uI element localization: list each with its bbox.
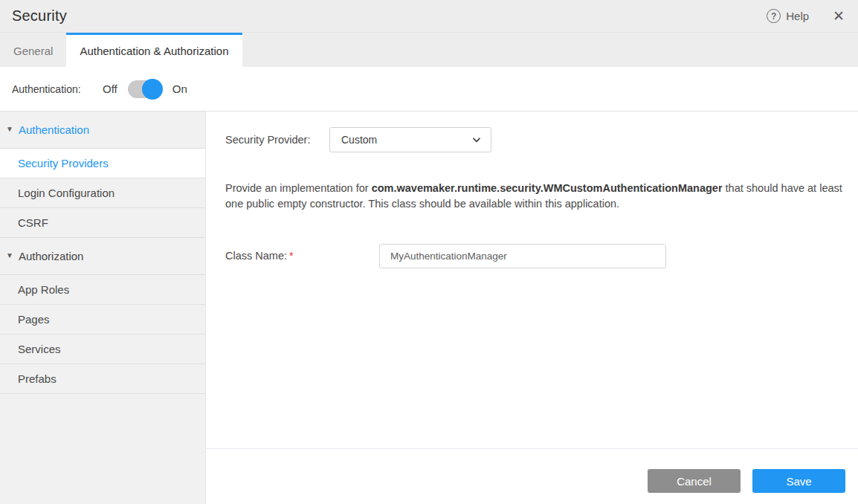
toggle-knob-icon [142, 79, 163, 100]
main-content: Security Provider: Custom Provide an imp… [206, 112, 858, 504]
page-title: Security [12, 7, 767, 25]
save-button[interactable]: Save [752, 469, 845, 493]
body: ▼ Authentication Security Providers Logi… [0, 112, 858, 504]
class-name-input[interactable] [379, 244, 666, 268]
question-mark-glyph: ? [771, 11, 776, 22]
security-provider-value: Custom [341, 134, 471, 146]
sidebar-item-app-roles[interactable]: App Roles [0, 275, 205, 305]
security-provider-row: Security Provider: Custom [225, 127, 491, 152]
sidebar: ▼ Authentication Security Providers Logi… [0, 112, 206, 504]
sidebar-item-prefabs[interactable]: Prefabs [0, 364, 205, 394]
toggle-off-label: Off [103, 83, 117, 95]
sidebar-item-login-configuration[interactable]: Login Configuration [0, 178, 205, 208]
cancel-button[interactable]: Cancel [648, 469, 741, 493]
sidebar-group-authorization[interactable]: ▼ Authorization [0, 238, 205, 275]
tab-bar: General Authentication & Authorization [0, 33, 858, 67]
chevron-down-icon [471, 135, 482, 145]
security-provider-label: Security Provider: [225, 134, 329, 146]
title-bar: Security ? Help ✕ [0, 0, 858, 33]
help-label: Help [786, 10, 809, 22]
class-fqn-text: com.wavemaker.runtime.security.WMCustomA… [372, 182, 723, 194]
caret-down-icon: ▼ [6, 251, 13, 259]
provider-description: Provide an implementation for com.wavema… [225, 181, 846, 212]
caret-down-icon: ▼ [6, 125, 13, 133]
sidebar-group-authentication[interactable]: ▼ Authentication [0, 112, 205, 149]
security-dialog: Security ? Help ✕ General Authentication… [0, 0, 858, 504]
authentication-label: Authentication: [12, 83, 103, 95]
class-name-label: Class Name:* [225, 250, 379, 262]
tab-general[interactable]: General [0, 33, 66, 67]
sidebar-item-security-providers[interactable]: Security Providers [0, 149, 205, 178]
help-button[interactable]: ? Help [767, 9, 809, 23]
tab-authentication-authorization[interactable]: Authentication & Authorization [66, 33, 242, 67]
class-name-row: Class Name:* [225, 243, 666, 268]
sidebar-item-services[interactable]: Services [0, 335, 205, 364]
required-asterisk: * [289, 250, 294, 262]
footer-divider [206, 448, 858, 449]
help-icon: ? [767, 9, 781, 23]
footer-actions: Cancel Save [648, 469, 845, 493]
authentication-toggle-row: Authentication: Off On [0, 67, 858, 112]
toggle-on-label: On [172, 83, 187, 95]
authentication-toggle[interactable] [128, 80, 162, 99]
sidebar-item-csrf[interactable]: CSRF [0, 208, 205, 238]
sidebar-item-pages[interactable]: Pages [0, 305, 205, 335]
close-icon[interactable]: ✕ [833, 9, 845, 23]
security-provider-select[interactable]: Custom [329, 127, 491, 152]
